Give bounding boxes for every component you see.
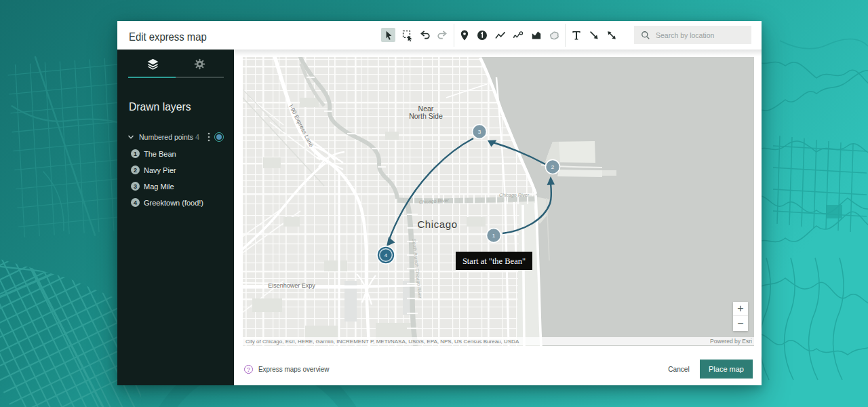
- svg-text:3: 3: [478, 129, 481, 135]
- svg-text:Start at "the Bean": Start at "the Bean": [462, 256, 526, 266]
- svg-text:2: 2: [551, 164, 555, 170]
- svg-text:Eisenhower Expy: Eisenhower Expy: [268, 282, 315, 289]
- svg-text:1: 1: [492, 233, 496, 239]
- svg-text:North Side: North Side: [409, 112, 443, 120]
- svg-text:Chicago River: Chicago River: [499, 193, 530, 198]
- svg-text:4: 4: [384, 252, 388, 258]
- svg-text:Chicago: Chicago: [417, 218, 457, 230]
